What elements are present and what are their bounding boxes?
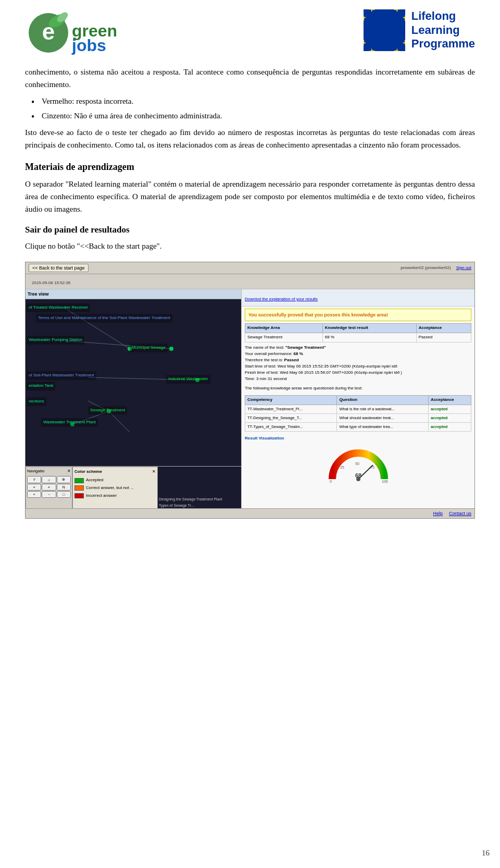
cell-competency: TT-Types_of_Sewage_Treatm... [245, 422, 337, 431]
page-wrapper: e green jobs [0, 0, 500, 560]
screenshot-footer: Help Contact us [26, 508, 474, 518]
page-number: 16 [482, 849, 490, 858]
timestamp: 2015-05-06 15:52:35 [29, 279, 73, 286]
user-info: proworker02 (proworker02) [401, 265, 451, 272]
tree-node: Industrial Wastewater [166, 375, 210, 384]
cell-knowledge-area: Sewage Treatment [245, 333, 323, 343]
nav-btn[interactable]: « [27, 484, 41, 491]
tree-node: of Soil-Plant Wastewater Treatment [27, 371, 96, 380]
panel-header: Tree view [26, 289, 241, 299]
tree-node: Sewage Treatment [88, 406, 127, 415]
correct-swatch [74, 485, 84, 491]
results-table: Knowledge Area Knowledge test result Acc… [245, 323, 471, 343]
contact-link[interactable]: Contact us [449, 510, 471, 517]
intro-paragraph: conhecimento, o sistema não aceitou a re… [25, 66, 475, 91]
cell-acceptance: accepted [428, 422, 471, 431]
section-heading-exit: Sair do painel de resultados [25, 223, 475, 237]
list-item: Vermelho: resposta incorreta. [42, 95, 475, 107]
cell-question: What should wastewater treat... [337, 413, 429, 422]
nav-btn[interactable]: − [42, 491, 56, 498]
gauge-container: 0 25 50 75 100 68 [242, 443, 474, 486]
left-panel: Tree view [26, 289, 242, 508]
incorrect-label: Incorrect answer [86, 493, 117, 499]
tree-view-area: of Treated Wastewater Receiver Terms of … [26, 299, 241, 466]
competency-table: Competency Question Acceptance TT-Wastew… [245, 395, 471, 432]
sign-out-link[interactable]: Sign out [456, 265, 471, 272]
right-info: The name of the test: "Sewage Treatment"… [242, 343, 474, 384]
svg-text:jobs: jobs [71, 36, 106, 55]
help-link[interactable]: Help [433, 510, 443, 517]
table-row: TT-Wastewater_Treatment_Pl... What is th… [245, 405, 471, 413]
col-question: Question [337, 395, 429, 405]
greenjobs-logo: e green jobs [25, 9, 150, 56]
cell-question: What type of wastewater trea... [337, 422, 429, 431]
col-test-result: Knowledge test result [322, 324, 416, 333]
nav-btn[interactable]: ⊕ [57, 476, 71, 483]
svg-text:0: 0 [330, 480, 332, 483]
cell-acceptance: accepted [428, 413, 471, 422]
success-banner: You successfully proved that you posses … [245, 309, 471, 321]
competency-label: The following knowledge areas were quest… [242, 384, 474, 393]
screenshot-inner: Tree view [26, 289, 474, 508]
bottom-tree-label1: Designing the Sewage Treatment Plant [159, 496, 240, 502]
col-knowledge-area: Knowledge Area [245, 324, 323, 333]
cell-acceptance: Passed [416, 333, 471, 343]
color-scheme-close[interactable]: ✕ [152, 469, 156, 475]
result-viz-label: Result Visualization [242, 434, 474, 444]
cell-competency: TT-Wastewater_Treatment_Pl... [245, 405, 337, 413]
svg-text:25: 25 [340, 466, 344, 469]
col-acceptance: Acceptance [416, 324, 471, 333]
incorrect-swatch [74, 493, 84, 498]
cell-question: What is the role of a wastewat... [337, 405, 429, 413]
download-link[interactable]: Downlod the explanation of your results [245, 297, 318, 301]
back-to-start-button[interactable]: << Back to the start page [29, 264, 89, 272]
color-scheme-title: Color scheme [74, 469, 102, 475]
color-row-correct: Correct answer, but not ... [74, 485, 156, 492]
list-item: Cinzento: Não é uma área de conhecimento… [42, 109, 475, 122]
svg-rect-6 [364, 9, 405, 51]
cell-test-result: 68 % [322, 333, 416, 343]
tree-node: Wastewater Treatment Plant [41, 418, 98, 427]
tree-node: entation Tank [27, 382, 55, 390]
svg-point-26 [169, 347, 173, 351]
color-scheme-panel: Color scheme ✕ Accepted Correct answer, … [72, 467, 158, 508]
main-content: conhecimento, o sistema não aceitou a re… [25, 66, 475, 519]
tree-node: of Treated Wastewater Receiver [27, 303, 90, 312]
bottom-tree-label2: Types of Sewage Tr... [159, 503, 240, 508]
accepted-swatch [74, 478, 84, 483]
nav-panel-label: Navigatio [27, 468, 44, 475]
svg-text:68: 68 [355, 472, 361, 479]
lifelong-learning-text: Lifelong Learning Programme [411, 9, 475, 51]
tree-node: nections [27, 397, 46, 406]
nav-btn[interactable]: ⌂ [42, 476, 56, 483]
section2-paragraph: Clique no botão "<<Back to the start pag… [25, 240, 475, 252]
cell-acceptance: accepted [428, 405, 471, 413]
nav-btn[interactable]: » [42, 484, 56, 491]
eu-logo: Lifelong Learning Programme [364, 9, 475, 51]
section1-paragraph: O separador "Related learning material" … [25, 178, 475, 215]
right-panel: Downlod the explanation of your results … [242, 289, 474, 508]
bullet-list: Vermelho: resposta incorreta. Cinzento: … [42, 95, 475, 122]
nav-btn[interactable]: + [27, 491, 41, 498]
svg-text:50: 50 [355, 462, 359, 466]
paragraph-1: Isto deve-se ao facto de o teste ter che… [25, 126, 475, 151]
section-heading-materials: Materiais de aprendizagem [25, 160, 475, 175]
nav-btn[interactable]: □ [57, 491, 71, 498]
svg-text:100: 100 [382, 480, 388, 483]
cell-competency: TT-Designing_the_Sewage_T... [245, 413, 337, 422]
tree-node: Municipal Sewage [130, 344, 168, 352]
page-header: e green jobs [25, 0, 475, 62]
col-acceptance: Acceptance [428, 395, 471, 405]
table-row: Sewage Treatment 68 % Passed [245, 333, 471, 343]
accepted-label: Accepted [86, 477, 103, 484]
correct-label: Correct answer, but not ... [86, 485, 134, 492]
tree-node: Terms of Use and Maintainance of the Soi… [36, 314, 172, 323]
nav-btn[interactable]: ? [27, 476, 41, 483]
table-row: TT-Types_of_Sewage_Treatm... What type o… [245, 422, 471, 431]
col-competency: Competency [245, 395, 337, 405]
nav-btn[interactable]: N [57, 484, 71, 491]
color-row-incorrect: Incorrect answer [74, 493, 156, 499]
nav-close-btn[interactable]: ✕ [67, 468, 71, 475]
screenshot-container: << Back to the start page proworker02 (p… [25, 262, 475, 519]
table-row: TT-Designing_the_Sewage_T... What should… [245, 413, 471, 422]
